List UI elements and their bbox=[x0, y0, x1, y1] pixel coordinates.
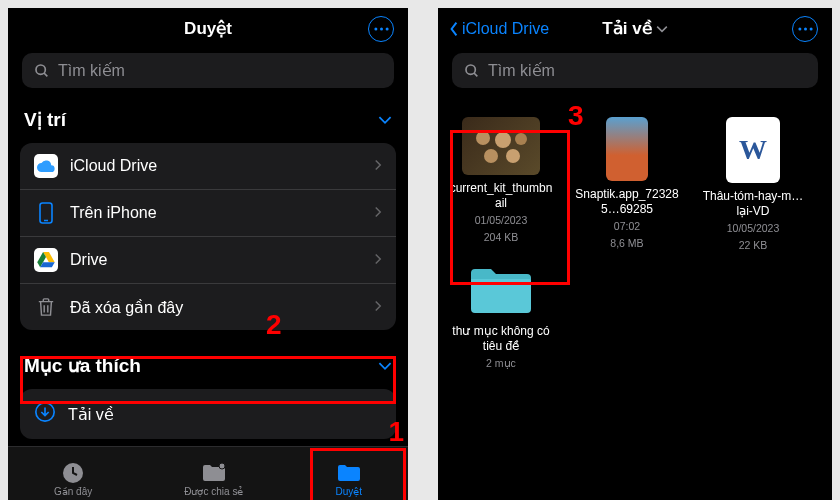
svg-point-2 bbox=[385, 28, 388, 31]
svg-point-9 bbox=[219, 463, 225, 469]
svg-line-4 bbox=[44, 73, 47, 76]
favorite-downloads[interactable]: Tải về bbox=[20, 389, 396, 439]
clock-icon bbox=[60, 462, 86, 484]
chevron-down-icon bbox=[378, 115, 392, 125]
chevron-right-icon bbox=[374, 251, 382, 269]
annotation-num-3: 3 bbox=[568, 100, 584, 132]
header: Duyệt bbox=[8, 8, 408, 45]
file-thumbnail-doc: W bbox=[726, 117, 780, 183]
chevron-down-icon bbox=[378, 361, 392, 371]
favorites-list: Tải về bbox=[20, 389, 396, 439]
svg-point-10 bbox=[798, 28, 801, 31]
tab-browse[interactable]: Duyệt bbox=[335, 462, 362, 497]
tab-shared[interactable]: Được chia sẻ bbox=[184, 462, 243, 497]
download-icon bbox=[34, 401, 56, 427]
location-trash[interactable]: Đã xóa gần đây bbox=[20, 283, 396, 330]
file-grid: current_kit_thumbnail 01/05/2023 204 KB … bbox=[438, 102, 832, 386]
tab-recents[interactable]: Gần đây bbox=[54, 462, 92, 497]
locations-list: iCloud Drive Trên iPhone Drive bbox=[20, 143, 396, 330]
location-gdrive[interactable]: Drive bbox=[20, 236, 396, 283]
search-icon bbox=[34, 63, 50, 79]
svg-point-19 bbox=[506, 149, 520, 163]
chevron-left-icon bbox=[448, 21, 460, 37]
svg-line-14 bbox=[474, 73, 477, 76]
svg-point-3 bbox=[36, 65, 45, 74]
phone-icon bbox=[34, 201, 58, 225]
section-locations-header[interactable]: Vị trí bbox=[8, 102, 408, 137]
more-button[interactable] bbox=[792, 16, 818, 42]
search-placeholder: Tìm kiếm bbox=[58, 61, 125, 80]
svg-point-18 bbox=[484, 149, 498, 163]
chevron-down-icon bbox=[656, 24, 668, 34]
back-button[interactable]: iCloud Drive bbox=[448, 20, 549, 38]
folder-icon bbox=[465, 262, 537, 318]
screenshot-browse: Duyệt Tìm kiếm Vị trí iCloud Drive bbox=[8, 8, 408, 500]
file-item[interactable]: current_kit_thumbnail 01/05/2023 204 KB bbox=[448, 117, 554, 252]
section-favorites-header[interactable]: Mục ưa thích bbox=[8, 348, 408, 383]
svg-point-15 bbox=[476, 131, 490, 145]
gdrive-icon bbox=[34, 248, 58, 272]
search-placeholder: Tìm kiếm bbox=[488, 61, 555, 80]
file-thumbnail-video bbox=[606, 117, 648, 181]
chevron-right-icon bbox=[374, 298, 382, 316]
svg-point-0 bbox=[374, 28, 377, 31]
search-input[interactable]: Tìm kiếm bbox=[452, 53, 818, 88]
folder-shared-icon bbox=[201, 462, 227, 484]
file-item[interactable]: W Thâu-tóm-hay-m…lại-VD 10/05/2023 22 KB bbox=[700, 117, 806, 252]
svg-point-16 bbox=[495, 132, 511, 148]
svg-point-17 bbox=[515, 133, 527, 145]
search-input[interactable]: Tìm kiếm bbox=[22, 53, 394, 88]
location-icloud[interactable]: iCloud Drive bbox=[20, 143, 396, 189]
cloud-icon bbox=[34, 154, 58, 178]
svg-point-13 bbox=[466, 65, 475, 74]
svg-point-11 bbox=[804, 28, 807, 31]
folder-icon bbox=[336, 462, 362, 484]
svg-point-1 bbox=[380, 28, 383, 31]
page-title: Duyệt bbox=[22, 18, 394, 39]
screenshot-downloads: iCloud Drive Tải về Tìm kiếm current_kit… bbox=[438, 8, 832, 500]
header: iCloud Drive Tải về bbox=[438, 8, 832, 45]
svg-point-12 bbox=[809, 28, 812, 31]
chevron-right-icon bbox=[374, 204, 382, 222]
search-icon bbox=[464, 63, 480, 79]
chevron-right-icon bbox=[374, 157, 382, 175]
file-item[interactable]: Snaptik.app_723285…69285 07:02 8,6 MB bbox=[574, 117, 680, 252]
tab-bar: Gần đây Được chia sẻ Duyệt bbox=[8, 446, 408, 500]
annotation-num-1: 1 bbox=[388, 416, 404, 448]
file-thumbnail-image bbox=[462, 117, 540, 175]
more-button[interactable] bbox=[368, 16, 394, 42]
annotation-num-2: 2 bbox=[266, 309, 282, 341]
trash-icon bbox=[34, 295, 58, 319]
location-iphone[interactable]: Trên iPhone bbox=[20, 189, 396, 236]
folder-item[interactable]: thư mục không có tiêu đề 2 mục bbox=[448, 262, 554, 371]
